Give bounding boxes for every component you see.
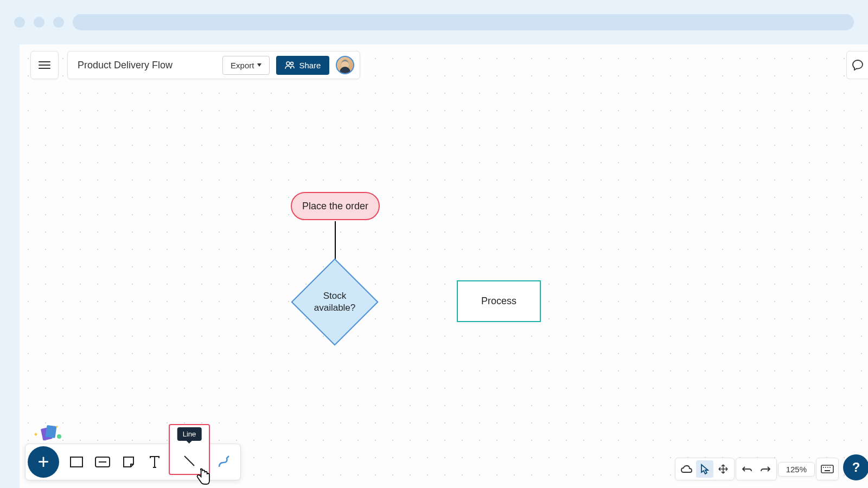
draw-tool[interactable] xyxy=(212,450,236,474)
svg-rect-5 xyxy=(46,425,57,438)
traffic-light xyxy=(53,17,64,28)
canvas[interactable]: Product Delivery Flow Export Share xyxy=(20,44,868,488)
speech-bubble-icon xyxy=(851,59,864,72)
add-shape-button[interactable] xyxy=(28,446,59,478)
svg-rect-16 xyxy=(825,470,830,471)
pointer-tool[interactable] xyxy=(696,460,713,478)
view-toolbar: 125% xyxy=(675,458,839,480)
chevron-down-icon xyxy=(257,63,261,67)
process-node[interactable]: Process xyxy=(457,280,541,322)
pan-tool[interactable] xyxy=(714,460,732,478)
traffic-lights xyxy=(14,17,64,28)
svg-point-14 xyxy=(827,467,828,468)
decision-node-stock[interactable]: Stockavailable? xyxy=(304,271,366,333)
share-label: Share xyxy=(299,61,321,70)
keyboard-shortcuts-button[interactable] xyxy=(819,460,836,478)
svg-point-13 xyxy=(825,467,826,468)
share-button[interactable]: Share xyxy=(276,56,329,75)
document-title[interactable]: Product Delivery Flow xyxy=(78,60,173,71)
hamburger-icon xyxy=(39,61,50,69)
export-button[interactable]: Export xyxy=(222,56,270,75)
export-label: Export xyxy=(231,61,254,70)
title-bar: Product Delivery Flow Export Share xyxy=(67,51,360,79)
undo-button[interactable] xyxy=(738,460,756,478)
tooltip: Line xyxy=(177,427,202,441)
sparkle-decoration xyxy=(30,422,62,444)
traffic-light xyxy=(34,17,44,28)
svg-point-0 xyxy=(286,62,290,65)
svg-point-6 xyxy=(57,434,61,439)
svg-rect-11 xyxy=(821,465,833,473)
main-menu-button[interactable] xyxy=(30,51,59,79)
hand-cursor-icon xyxy=(193,467,213,487)
help-button[interactable] xyxy=(843,454,868,480)
zoom-level[interactable]: 125% xyxy=(781,465,812,474)
rectangle-tool[interactable] xyxy=(65,450,88,474)
node-label: Process xyxy=(481,296,516,307)
svg-point-15 xyxy=(829,467,831,468)
node-label: Place the order xyxy=(302,201,368,212)
browser-chrome xyxy=(0,0,868,44)
comments-button[interactable] xyxy=(846,51,868,79)
svg-rect-7 xyxy=(71,457,82,467)
url-bar[interactable] xyxy=(73,14,854,30)
container-tool[interactable] xyxy=(91,450,114,474)
redo-button[interactable] xyxy=(757,460,774,478)
flowchart: Place the order Stockavailable? Process xyxy=(20,44,868,488)
node-label: Stockavailable? xyxy=(314,290,356,314)
svg-line-10 xyxy=(184,456,194,466)
people-icon xyxy=(285,61,295,69)
text-tool[interactable] xyxy=(143,450,167,474)
svg-point-1 xyxy=(291,62,293,65)
terminator-node-start[interactable]: Place the order xyxy=(291,192,380,220)
traffic-light xyxy=(14,17,25,28)
cloud-sync-button[interactable] xyxy=(678,460,695,478)
svg-point-12 xyxy=(823,467,824,468)
connector-arrow xyxy=(20,44,868,488)
sticky-note-tool[interactable] xyxy=(117,450,141,474)
user-avatar[interactable] xyxy=(336,56,354,74)
